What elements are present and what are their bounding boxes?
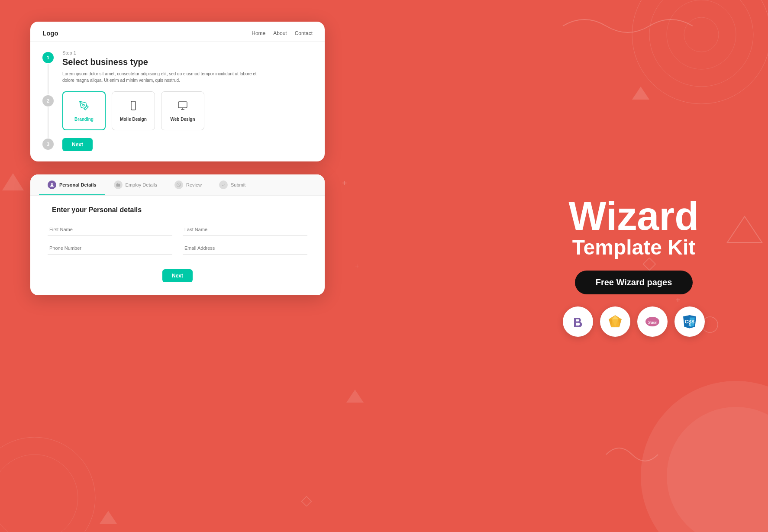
- form-row-2: [48, 242, 307, 255]
- form-tabs: Personal Details Employ Details Review: [30, 174, 325, 196]
- review-tab-icon: [174, 181, 183, 189]
- submit-tab-icon: [219, 181, 228, 189]
- biz-card-web-label: Web Design: [170, 117, 195, 122]
- step-title: Select business type: [62, 57, 313, 67]
- step-line-2: [48, 107, 48, 138]
- svg-point-4: [0, 437, 95, 532]
- tab-review[interactable]: Review: [166, 174, 210, 195]
- card1-header: Logo Home About Contact: [30, 22, 325, 42]
- tab-submit-label: Submit: [231, 182, 245, 187]
- biz-card-branding-label: Branding: [74, 117, 94, 122]
- free-badge[interactable]: Free Wizard pages: [575, 271, 693, 294]
- employ-details-tab-icon: [114, 181, 123, 189]
- svg-rect-18: [302, 497, 312, 506]
- svg-point-19: [83, 104, 84, 106]
- tab-employ-details[interactable]: Employ Details: [105, 174, 166, 195]
- biz-card-mobile[interactable]: Moile Design: [112, 91, 155, 130]
- branding-icon: [79, 100, 89, 113]
- step-indicator: 1 2 3: [42, 50, 54, 151]
- card1-wizard: Logo Home About Contact 1 2 3: [30, 22, 325, 161]
- step-3-circle: 3: [42, 139, 54, 150]
- step-description: Lorem ipsum dolor sit amet, consectetur …: [62, 71, 257, 84]
- tab-personal-details-label: Personal Details: [59, 182, 97, 187]
- left-panel: Logo Home About Contact 1 2 3: [30, 22, 325, 295]
- main-title: Wizard Template Kit: [569, 195, 699, 259]
- card1-next-button[interactable]: Next: [62, 138, 93, 151]
- nav-about[interactable]: About: [273, 30, 287, 36]
- form-title: Enter your Personal details: [52, 206, 142, 214]
- svg-text:+: +: [342, 178, 347, 188]
- css3-icon: CSS 3: [674, 306, 705, 337]
- tab-employ-details-label: Employ Details: [126, 182, 157, 187]
- form-body: Enter your Personal details Next: [30, 196, 325, 295]
- nav-home[interactable]: Home: [252, 30, 265, 36]
- tab-submit[interactable]: Submit: [210, 174, 254, 195]
- right-panel: Wizard Template Kit Free Wizard pages: [543, 0, 725, 532]
- last-name-input[interactable]: [183, 223, 307, 236]
- biz-card-mobile-label: Moile Design: [120, 117, 147, 122]
- bootstrap-icon: [563, 306, 593, 337]
- card1-content: Step 1 Select business type Lorem ipsum …: [62, 50, 313, 151]
- svg-point-5: [0, 455, 78, 532]
- tab-review-label: Review: [186, 182, 202, 187]
- svg-marker-17: [100, 511, 117, 524]
- biz-card-branding[interactable]: Branding: [62, 91, 106, 130]
- logo: Logo: [42, 29, 58, 37]
- svg-rect-20: [131, 101, 136, 110]
- card1-body: 1 2 3 Step 1 Select business type Lorem …: [30, 42, 325, 161]
- personal-details-tab-icon: [48, 181, 56, 189]
- web-design-icon: [177, 100, 188, 113]
- tech-icons-row: Sass CSS 3: [563, 306, 705, 337]
- svg-text:3: 3: [688, 323, 691, 327]
- business-options: Branding Moile Design: [62, 91, 313, 130]
- step-label: Step 1: [62, 50, 313, 55]
- svg-marker-10: [2, 173, 24, 190]
- form-row-1: [48, 223, 307, 236]
- card2-form: Personal Details Employ Details Review: [30, 174, 325, 295]
- svg-marker-9: [346, 390, 364, 403]
- tab-personal-details[interactable]: Personal Details: [39, 174, 105, 195]
- svg-text:Sass: Sass: [648, 319, 657, 325]
- step-2-circle: 2: [42, 95, 54, 106]
- phone-number-input[interactable]: [48, 242, 172, 255]
- svg-rect-26: [116, 184, 120, 187]
- card1-nav: Home About Contact: [252, 30, 313, 36]
- first-name-input[interactable]: [48, 223, 172, 236]
- card2-next-button[interactable]: Next: [162, 269, 193, 282]
- svg-rect-22: [178, 102, 187, 108]
- svg-point-25: [51, 183, 53, 185]
- sass-icon: Sass: [637, 306, 668, 337]
- title-light: Template Kit: [569, 237, 699, 258]
- nav-contact[interactable]: Contact: [295, 30, 313, 36]
- sketch-icon: [600, 306, 630, 337]
- email-address-input[interactable]: [183, 242, 307, 255]
- step-1-circle: 1: [42, 52, 54, 63]
- title-bold: Wizard: [569, 195, 699, 237]
- step-line-1: [48, 64, 48, 94]
- svg-marker-14: [727, 216, 762, 242]
- biz-card-webdesign[interactable]: Web Design: [161, 91, 204, 130]
- svg-text:+: +: [355, 262, 359, 270]
- form-next-row: Next: [48, 269, 307, 282]
- mobile-design-icon: [128, 100, 139, 113]
